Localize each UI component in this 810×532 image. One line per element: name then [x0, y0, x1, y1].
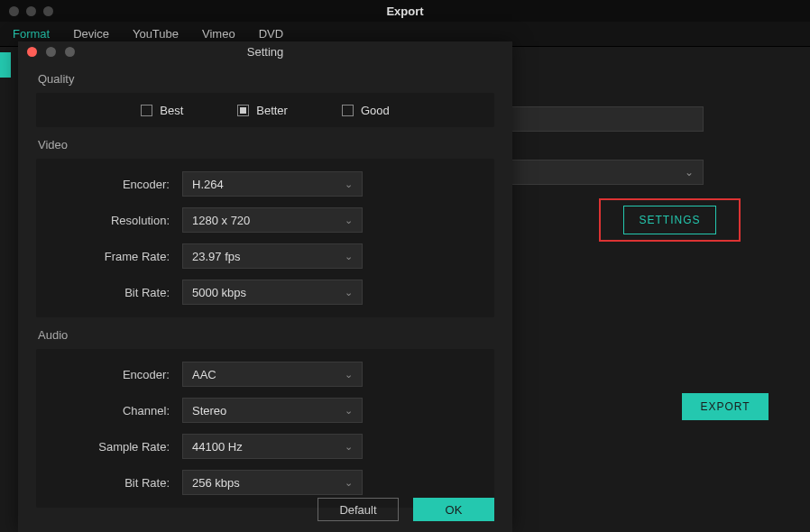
row-label: Frame Rate: [54, 250, 182, 263]
row-label: Channel: [54, 404, 182, 417]
tab-youtube[interactable]: YouTube [133, 27, 179, 41]
quality-section-label: Quality [18, 61, 512, 93]
audio-channel-row: Channel: Stereo ⌄ [54, 398, 476, 423]
tab-vimeo[interactable]: Vimeo [202, 27, 235, 41]
video-framerate-select[interactable]: 23.97 fps ⌄ [182, 243, 363, 269]
audio-encoder-select[interactable]: AAC ⌄ [182, 362, 363, 387]
chevron-down-icon: ⌄ [685, 166, 694, 179]
checkbox-icon [141, 105, 152, 116]
checkbox-checked-icon [237, 105, 249, 116]
chevron-down-icon: ⌄ [345, 215, 353, 226]
row-label: Bit Rate: [54, 476, 182, 490]
quality-panel: Best Better Good [36, 93, 494, 127]
chevron-down-icon: ⌄ [345, 405, 353, 417]
setting-dialog: Setting Quality Best Better Good Video E… [18, 41, 512, 532]
audio-channel-select[interactable]: Stereo ⌄ [182, 398, 363, 423]
select-value: 44100 Hz [192, 440, 243, 454]
audio-section-label: Audio [18, 317, 512, 349]
minimize-icon[interactable] [46, 47, 56, 57]
chevron-down-icon: ⌄ [345, 287, 353, 298]
sidebar-accent [0, 52, 11, 78]
maximize-icon[interactable] [65, 47, 75, 57]
default-button[interactable]: Default [318, 498, 399, 521]
tab-dvd[interactable]: DVD [259, 27, 283, 41]
setting-dialog-title: Setting [247, 45, 283, 59]
row-label: Resolution: [54, 214, 182, 227]
select-value: 1280 x 720 [192, 214, 250, 227]
chevron-down-icon: ⌄ [345, 477, 353, 489]
audio-bitrate-row: Bit Rate: 256 kbps ⌄ [54, 470, 476, 495]
video-panel: Encoder: H.264 ⌄ Resolution: 1280 x 720 … [36, 159, 494, 317]
settings-highlight: SETTINGS [599, 198, 741, 242]
tab-format[interactable]: Format [13, 27, 50, 41]
chevron-down-icon: ⌄ [345, 179, 353, 190]
select-value: H.264 [192, 178, 224, 191]
window-controls [0, 6, 53, 16]
quality-option-better[interactable]: Better [237, 104, 288, 117]
audio-samplerate-row: Sample Rate: 44100 Hz ⌄ [54, 434, 476, 459]
chevron-down-icon: ⌄ [345, 369, 353, 381]
main-titlebar: Export [0, 0, 810, 22]
maximize-icon[interactable] [43, 6, 53, 16]
audio-samplerate-select[interactable]: 44100 Hz ⌄ [182, 434, 363, 459]
quality-label: Good [361, 104, 390, 117]
settings-button[interactable]: SETTINGS [623, 206, 715, 234]
video-encoder-select[interactable]: H.264 ⌄ [182, 171, 363, 197]
select-value: 5000 kbps [192, 286, 246, 299]
row-label: Sample Rate: [54, 440, 182, 454]
quality-option-good[interactable]: Good [342, 104, 390, 117]
audio-panel: Encoder: AAC ⌄ Channel: Stereo ⌄ Sample … [36, 349, 494, 508]
video-resolution-select[interactable]: 1280 x 720 ⌄ [182, 207, 363, 233]
chevron-down-icon: ⌄ [345, 441, 353, 453]
ok-button[interactable]: OK [413, 498, 494, 521]
video-encoder-row: Encoder: H.264 ⌄ [54, 171, 476, 197]
chevron-down-icon: ⌄ [345, 251, 353, 262]
close-icon[interactable] [27, 47, 37, 57]
setting-titlebar: Setting [18, 41, 512, 61]
select-value: 256 kbps [192, 476, 240, 490]
audio-encoder-row: Encoder: AAC ⌄ [54, 362, 476, 387]
select-value: Stereo [192, 404, 226, 417]
minimize-icon[interactable] [26, 6, 36, 16]
quality-label: Best [160, 104, 183, 117]
quality-option-best[interactable]: Best [141, 104, 183, 117]
audio-bitrate-select[interactable]: 256 kbps ⌄ [182, 470, 363, 495]
row-label: Encoder: [54, 368, 182, 381]
row-label: Encoder: [54, 178, 182, 191]
dialog-button-row: Default OK [318, 498, 494, 521]
video-bitrate-select[interactable]: 5000 kbps ⌄ [182, 280, 363, 305]
video-resolution-row: Resolution: 1280 x 720 ⌄ [54, 207, 476, 233]
setting-window-controls [18, 47, 75, 57]
export-button[interactable]: EXPORT [682, 393, 769, 420]
video-framerate-row: Frame Rate: 23.97 fps ⌄ [54, 243, 476, 269]
checkbox-icon [342, 105, 354, 116]
main-window-title: Export [386, 5, 423, 18]
select-value: 23.97 fps [192, 250, 241, 263]
quality-label: Better [256, 104, 288, 117]
video-section-label: Video [18, 127, 512, 159]
row-label: Bit Rate: [54, 286, 182, 299]
tab-device[interactable]: Device [73, 27, 109, 41]
close-icon[interactable] [9, 6, 19, 16]
video-bitrate-row: Bit Rate: 5000 kbps ⌄ [54, 280, 476, 305]
select-value: AAC [192, 368, 216, 381]
